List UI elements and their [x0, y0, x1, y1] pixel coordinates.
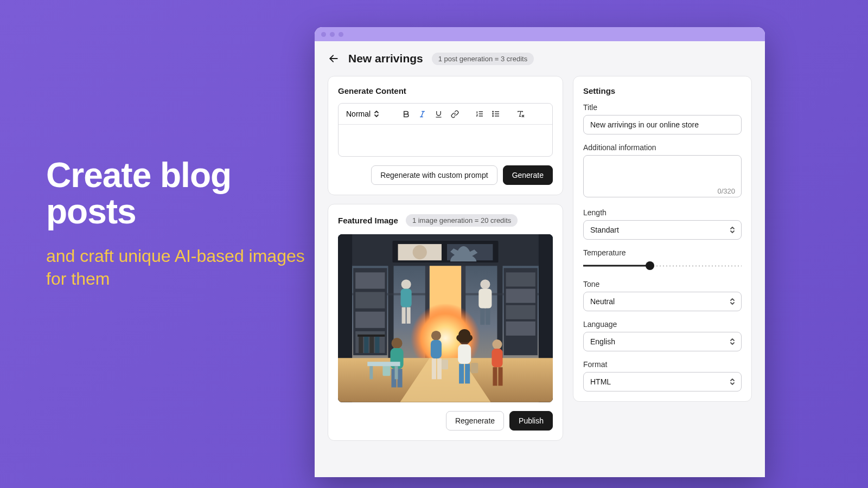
- svg-rect-69: [459, 364, 464, 383]
- underline-icon: [435, 110, 443, 118]
- bullet-list-button[interactable]: [489, 107, 503, 121]
- svg-point-13: [493, 115, 494, 117]
- svg-rect-45: [506, 272, 535, 286]
- slider-empty: [650, 265, 742, 266]
- additional-info-label: Additional information: [583, 143, 742, 152]
- app-header: New arrivings 1 post generation = 3 cred…: [328, 52, 752, 65]
- promo-subhead: and craft unique AI-based images for the…: [46, 245, 307, 290]
- svg-line-3: [421, 111, 423, 117]
- person4: [492, 339, 502, 386]
- svg-rect-71: [471, 363, 478, 373]
- svg-point-11: [493, 111, 494, 112]
- svg-rect-54: [478, 289, 492, 309]
- browser-window: New arrivings 1 post generation = 3 cred…: [315, 27, 765, 477]
- bold-icon: [402, 110, 410, 118]
- svg-rect-78: [395, 366, 398, 379]
- clear-format-icon: [516, 110, 525, 118]
- arrow-left-icon: [328, 53, 339, 64]
- svg-rect-51: [402, 307, 406, 324]
- regenerate-image-button[interactable]: Regenerate: [446, 411, 504, 431]
- bold-button[interactable]: [399, 107, 413, 121]
- svg-rect-73: [492, 349, 502, 367]
- link-icon: [451, 110, 459, 118]
- svg-point-20: [413, 245, 427, 259]
- bullet-list-icon: [492, 110, 500, 118]
- svg-rect-55: [480, 309, 484, 325]
- svg-rect-66: [442, 359, 448, 369]
- featured-image-title: Featured Image: [338, 216, 398, 225]
- ordered-list-button[interactable]: [473, 107, 487, 121]
- svg-point-53: [480, 279, 490, 289]
- title-label: Title: [583, 103, 742, 112]
- back-button[interactable]: [328, 53, 340, 65]
- svg-rect-28: [352, 262, 539, 266]
- temperature-label: Temperature: [583, 248, 742, 257]
- generate-content-title: Generate Content: [338, 86, 553, 95]
- svg-rect-56: [486, 309, 490, 325]
- svg-rect-68: [458, 344, 471, 364]
- italic-button[interactable]: [415, 107, 429, 121]
- featured-image-preview[interactable]: [338, 234, 553, 402]
- promo-headline: Create blog posts: [46, 157, 307, 230]
- tone-select[interactable]: [583, 292, 742, 311]
- char-count: 0/320: [717, 187, 735, 195]
- svg-rect-46: [506, 289, 535, 303]
- title-input[interactable]: [583, 115, 742, 134]
- rich-text-editor: Normal: [338, 103, 553, 157]
- svg-rect-48: [506, 322, 535, 336]
- editor-toolbar: Normal: [339, 104, 552, 125]
- window-close-dot[interactable]: [321, 32, 326, 37]
- svg-rect-47: [506, 305, 535, 319]
- svg-rect-39: [358, 335, 385, 337]
- publish-button[interactable]: Publish: [509, 411, 553, 431]
- svg-rect-40: [359, 337, 363, 353]
- editor-textarea[interactable]: [339, 125, 552, 156]
- page-title: New arrivings: [348, 52, 423, 65]
- svg-rect-70: [465, 364, 470, 383]
- settings-title: Settings: [583, 86, 742, 95]
- svg-rect-64: [432, 358, 436, 379]
- length-select[interactable]: [583, 220, 742, 240]
- regenerate-prompt-button[interactable]: Regenerate with custom prompt: [371, 165, 497, 185]
- link-button[interactable]: [448, 107, 462, 121]
- svg-rect-43: [375, 337, 379, 353]
- temperature-slider[interactable]: [583, 260, 742, 271]
- image-credits-badge: 1 image generation = 20 credits: [406, 214, 518, 227]
- paragraph-format-label: Normal: [346, 110, 371, 118]
- window-max-dot[interactable]: [339, 32, 343, 37]
- tone-label: Tone: [583, 280, 742, 288]
- generate-button[interactable]: Generate: [503, 165, 553, 185]
- svg-point-62: [431, 331, 441, 341]
- underline-button[interactable]: [431, 107, 445, 121]
- ordered-list-icon: [475, 110, 484, 118]
- svg-rect-35: [355, 272, 385, 288]
- generate-content-card: Generate Content Normal: [328, 76, 563, 195]
- svg-rect-41: [364, 337, 368, 353]
- length-label: Length: [583, 208, 742, 217]
- svg-point-72: [492, 339, 502, 349]
- svg-rect-42: [369, 337, 374, 353]
- window-min-dot[interactable]: [330, 32, 335, 37]
- paragraph-format-select[interactable]: Normal: [344, 108, 381, 119]
- app-body: New arrivings 1 post generation = 3 cred…: [315, 41, 765, 477]
- svg-rect-50: [401, 289, 412, 307]
- featured-image-card: Featured Image 1 image generation = 20 c…: [328, 204, 563, 441]
- svg-rect-76: [367, 362, 400, 366]
- svg-rect-37: [355, 312, 385, 328]
- svg-rect-74: [493, 367, 497, 386]
- language-select[interactable]: [583, 332, 742, 351]
- language-label: Language: [583, 320, 742, 329]
- settings-card: Settings Title Additional information 0/…: [573, 76, 752, 402]
- svg-rect-77: [369, 366, 373, 379]
- svg-point-12: [493, 113, 494, 114]
- clear-format-button[interactable]: [514, 107, 528, 121]
- slider-fill: [583, 265, 650, 267]
- svg-rect-36: [355, 292, 385, 309]
- svg-rect-52: [407, 307, 411, 324]
- format-select[interactable]: [583, 372, 742, 391]
- slider-thumb[interactable]: [646, 261, 654, 270]
- svg-point-49: [401, 279, 411, 289]
- format-label: Format: [583, 360, 742, 369]
- italic-icon: [418, 110, 426, 118]
- svg-rect-65: [437, 358, 442, 379]
